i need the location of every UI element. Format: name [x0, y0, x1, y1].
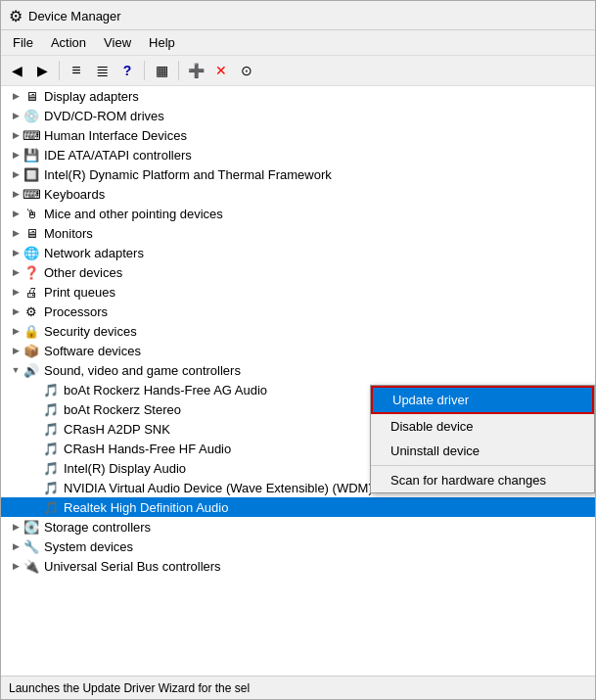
icon-storage: 💽	[23, 519, 40, 535]
window-title: Device Manager	[28, 9, 121, 23]
label-boat1: boAt Rockerz Hands-Free AG Audio	[64, 383, 267, 397]
scan-button[interactable]: ⊙	[235, 59, 258, 82]
label-ide: IDE ATA/ATAPI controllers	[44, 148, 192, 163]
label-security: Security devices	[44, 324, 137, 339]
icon-usb: 🔌	[23, 558, 40, 574]
expand-usb: ▶	[9, 561, 23, 571]
tree-item-keyboards[interactable]: ▶ ⌨ Keyboards	[1, 184, 595, 204]
expand-security: ▶	[9, 326, 23, 336]
expand-ide: ▶	[9, 150, 23, 160]
expand-display: ▶	[9, 91, 23, 101]
tree-item-display[interactable]: ▶ 🖥 Display adapters	[1, 86, 595, 106]
label-boat2: boAt Rockerz Stereo	[64, 402, 181, 417]
app-icon: ⚙	[9, 7, 23, 25]
expand-storage: ▶	[9, 522, 23, 532]
label-other: Other devices	[44, 265, 122, 280]
label-display: Display adapters	[44, 89, 139, 104]
expand-hid: ▶	[9, 130, 23, 140]
label-intel: Intel(R) Dynamic Platform and Thermal Fr…	[44, 167, 332, 182]
label-system: System devices	[44, 539, 133, 554]
icon-print: 🖨	[23, 284, 40, 300]
tree-item-system[interactable]: ▶ 🔧 System devices	[1, 537, 595, 556]
tree-item-realtek[interactable]: 🎵 Realtek High Definition Audio	[1, 497, 595, 517]
label-processors: Processors	[44, 304, 108, 319]
remove-button[interactable]: ✕	[209, 59, 233, 82]
label-keyboards: Keyboards	[44, 187, 105, 202]
label-software: Software devices	[44, 344, 141, 358]
properties-button[interactable]: ≡	[65, 59, 88, 82]
icon-monitors: 🖥	[23, 225, 40, 241]
expand-keyboards: ▶	[9, 189, 23, 199]
tree-item-print[interactable]: ▶ 🖨 Print queues	[1, 282, 595, 302]
icon-dvd: 💿	[23, 108, 40, 123]
expand-system: ▶	[9, 541, 23, 551]
tree-item-monitors[interactable]: ▶ 🖥 Monitors	[1, 223, 595, 243]
help-button[interactable]: ?	[115, 59, 139, 82]
icon-crash1: 🎵	[42, 421, 60, 437]
icon-mice: 🖱	[23, 206, 40, 221]
label-network: Network adapters	[44, 246, 144, 260]
icon-other: ❓	[23, 264, 40, 280]
label-crash1: CRasH A2DP SNK	[64, 422, 170, 437]
ctx-update-driver[interactable]: Update driver	[371, 386, 594, 414]
label-print: Print queues	[44, 285, 115, 300]
ctx-disable-device[interactable]: Disable device	[371, 414, 594, 439]
back-button[interactable]: ◀	[5, 59, 28, 82]
properties2-button[interactable]: ≣	[90, 59, 114, 82]
tree-item-hid[interactable]: ▶ ⌨ Human Interface Devices	[1, 125, 595, 145]
menu-help[interactable]: Help	[141, 32, 183, 53]
toolbar: ◀ ▶ ≡ ≣ ? ▦ ➕ ✕ ⊙	[1, 56, 595, 86]
icon-software: 📦	[23, 343, 40, 358]
icon-boat2: 🎵	[42, 401, 60, 417]
ctx-uninstall-device[interactable]: Uninstall device	[371, 439, 594, 463]
icon-realtek: 🎵	[42, 499, 60, 515]
menu-action[interactable]: Action	[43, 32, 94, 53]
tree-item-security[interactable]: ▶ 🔒 Security devices	[1, 321, 595, 341]
custom-view-button[interactable]: ▦	[150, 59, 173, 82]
label-usb: Universal Serial Bus controllers	[44, 559, 221, 574]
ctx-divider	[371, 465, 594, 466]
label-mice: Mice and other pointing devices	[44, 207, 223, 221]
icon-boat1: 🎵	[42, 382, 60, 397]
icon-intel: 🔲	[23, 166, 40, 182]
menu-file[interactable]: File	[5, 32, 41, 53]
icon-crash2: 🎵	[42, 441, 60, 456]
label-intel2: Intel(R) Display Audio	[64, 461, 186, 476]
toolbar-separator-1	[59, 61, 60, 80]
tree-item-mice[interactable]: ▶ 🖱 Mice and other pointing devices	[1, 204, 595, 223]
icon-hid: ⌨	[23, 127, 40, 143]
status-text: Launches the Update Driver Wizard for th…	[9, 681, 250, 695]
expand-processors: ▶	[9, 306, 23, 316]
icon-security: 🔒	[23, 323, 40, 339]
label-dvd: DVD/CD-ROM drives	[44, 109, 164, 123]
tree-item-processors[interactable]: ▶ ⚙ Processors	[1, 302, 595, 321]
label-realtek: Realtek High Definition Audio	[64, 500, 228, 515]
device-manager-window: ⚙ Device Manager File Action View Help ◀…	[0, 0, 596, 700]
tree-item-intel[interactable]: ▶ 🔲 Intel(R) Dynamic Platform and Therma…	[1, 164, 595, 184]
tree-item-other[interactable]: ▶ ❓ Other devices	[1, 262, 595, 282]
tree-item-software[interactable]: ▶ 📦 Software devices	[1, 341, 595, 360]
icon-system: 🔧	[23, 538, 40, 554]
toolbar-separator-2	[144, 61, 145, 80]
icon-sound: 🔊	[23, 362, 40, 378]
tree-item-usb[interactable]: ▶ 🔌 Universal Serial Bus controllers	[1, 556, 595, 576]
menu-view[interactable]: View	[96, 32, 139, 53]
device-tree[interactable]: ▶ 🖥 Display adapters ▶ 💿 DVD/CD-ROM driv…	[1, 86, 595, 676]
icon-nvidia: 🎵	[42, 480, 60, 495]
add-hardware-button[interactable]: ➕	[184, 59, 207, 82]
tree-item-network[interactable]: ▶ 🌐 Network adapters	[1, 243, 595, 262]
expand-software: ▶	[9, 346, 23, 355]
label-hid: Human Interface Devices	[44, 128, 187, 143]
tree-item-sound[interactable]: ▼ 🔊 Sound, video and game controllers	[1, 360, 595, 380]
tree-item-storage[interactable]: ▶ 💽 Storage controllers	[1, 517, 595, 537]
status-bar: Launches the Update Driver Wizard for th…	[1, 676, 595, 699]
expand-monitors: ▶	[9, 228, 23, 238]
menu-bar: File Action View Help	[1, 30, 595, 56]
tree-item-dvd[interactable]: ▶ 💿 DVD/CD-ROM drives	[1, 106, 595, 125]
forward-button[interactable]: ▶	[30, 59, 54, 82]
ctx-scan-hardware[interactable]: Scan for hardware changes	[371, 468, 594, 492]
label-storage: Storage controllers	[44, 520, 151, 535]
title-bar: ⚙ Device Manager	[1, 1, 595, 30]
tree-item-ide[interactable]: ▶ 💾 IDE ATA/ATAPI controllers	[1, 145, 595, 164]
icon-processors: ⚙	[23, 303, 40, 319]
